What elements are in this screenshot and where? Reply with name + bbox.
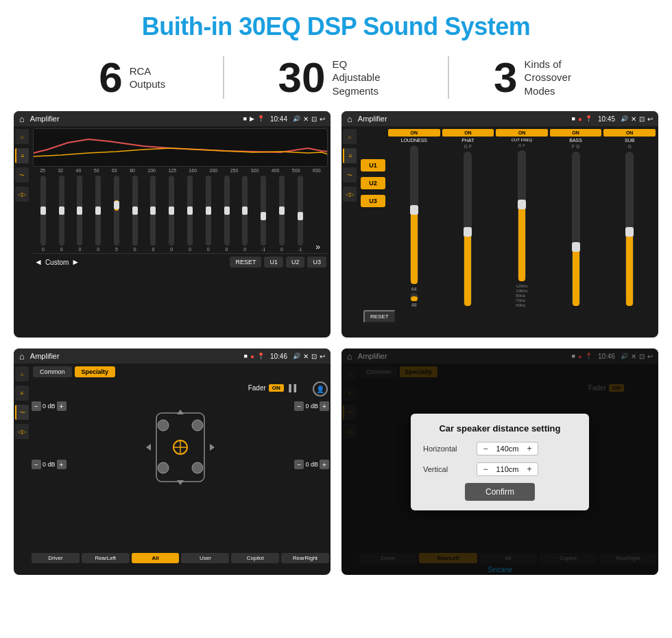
phat-track[interactable]	[464, 152, 472, 306]
screen2-close-icon[interactable]: ✕	[631, 115, 636, 123]
u2-button-1[interactable]: U2	[286, 257, 305, 268]
rear-right-btn-3[interactable]: RearRight	[281, 553, 329, 563]
slider-13[interactable]: -1	[261, 176, 266, 252]
tab-common-3[interactable]: Common	[33, 366, 72, 377]
expand-icon[interactable]: »	[315, 242, 320, 252]
screen1-back-icon[interactable]: ↩	[320, 115, 325, 123]
u1-btn[interactable]: U1	[361, 159, 385, 172]
slider-8[interactable]: 0	[169, 176, 174, 252]
screen3-window-icon[interactable]: ⊡	[311, 353, 317, 360]
horizontal-plus[interactable]: +	[524, 444, 535, 453]
screen1-close-icon[interactable]: ✕	[303, 115, 309, 123]
screen3-tabs: Common Specialty	[33, 366, 328, 377]
screen3-eq-side-icon[interactable]: ≡	[15, 386, 29, 401]
screen1-home-side-icon[interactable]: ⌂	[15, 129, 29, 144]
screen2-dot-icon: ●	[578, 115, 582, 123]
screen3-back-icon[interactable]: ↩	[320, 353, 325, 360]
screen3-side-icons: ⌂ ≡ 〜 ◁▷	[15, 366, 29, 439]
screen2-home-icon[interactable]: ⌂	[347, 114, 352, 124]
loudness-on[interactable]: ON	[388, 129, 440, 137]
next-arrow[interactable]: ►	[71, 257, 80, 267]
slider-14[interactable]: 0	[279, 176, 285, 252]
cutfreq-on[interactable]: ON	[496, 129, 548, 137]
page-title: Buith-in 30EQ DSP Sound System	[0, 0, 672, 49]
screen1-speaker-side-icon[interactable]: ◁▷	[15, 187, 29, 202]
slider-11[interactable]: 0	[224, 176, 230, 252]
confirm-button[interactable]: Confirm	[465, 483, 535, 501]
bass-track[interactable]	[572, 152, 580, 306]
vertical-plus[interactable]: +	[524, 464, 535, 474]
prev-arrow[interactable]: ◄	[34, 257, 43, 267]
phat-on[interactable]: ON	[442, 129, 494, 137]
tab-specialty-3[interactable]: Specialty	[75, 366, 116, 377]
db-plus-br[interactable]: +	[320, 460, 329, 469]
freq-160: 160	[189, 168, 197, 173]
copilot-btn-3[interactable]: Copilot	[231, 553, 279, 563]
slider-7[interactable]: 0	[150, 176, 156, 252]
screen3-home-icon[interactable]: ⌂	[19, 351, 25, 362]
db-ctrl-bottom-right: − 0 dB +	[294, 460, 329, 469]
screen-eq-sliders: ⌂ Amplifier ■ ▶ 📍 10:44 🔊 ✕ ⊡ ↩ ⌂ ≡ 〜 ◁▷	[14, 111, 331, 338]
screen2-eq-side-icon[interactable]: ≡	[343, 148, 357, 163]
slider-15[interactable]: -1	[298, 176, 303, 252]
fader-area: Fader ON ▐▐	[248, 384, 296, 392]
db-minus-tl[interactable]: −	[32, 401, 41, 411]
sub-on[interactable]: ON	[603, 129, 656, 137]
screen2-speaker-side-icon[interactable]: ◁▷	[343, 187, 357, 202]
u2-btn[interactable]: U2	[361, 177, 385, 189]
sub-track[interactable]	[625, 152, 634, 306]
reset-button-1[interactable]: RESET	[230, 257, 261, 268]
screen1-eq-side-icon[interactable]: ≡	[15, 148, 29, 163]
screen2-back-icon[interactable]: ↩	[647, 115, 653, 123]
screen1-window-icon[interactable]: ⊡	[311, 115, 317, 123]
slider-6[interactable]: 0	[132, 176, 138, 252]
screen3-wave-side-icon[interactable]: 〜	[15, 405, 29, 420]
screen3-speaker-side-icon[interactable]: ◁▷	[15, 424, 29, 439]
slider-3[interactable]: 0	[77, 176, 82, 252]
db-plus-tr[interactable]: +	[320, 401, 329, 411]
driver-btn-3[interactable]: Driver	[32, 553, 80, 563]
u3-button-1[interactable]: U3	[307, 257, 326, 268]
db-minus-bl[interactable]: −	[32, 460, 41, 469]
slider-9[interactable]: 0	[187, 176, 193, 252]
slider-4[interactable]: 0	[95, 176, 101, 252]
rear-left-btn-3[interactable]: RearLeft	[82, 553, 130, 563]
screen3-close-icon[interactable]: ✕	[303, 353, 309, 360]
loudness-track2[interactable]	[410, 293, 418, 301]
screen2-app-name: Amplifier	[358, 115, 569, 123]
slider-10[interactable]: 0	[206, 176, 211, 252]
slider-1[interactable]: 0	[40, 176, 46, 252]
stat-rca-number: 6	[99, 56, 122, 99]
freq-500: 500	[292, 168, 300, 173]
screen1-wave-side-icon[interactable]: 〜	[15, 167, 29, 182]
screen-distance: ⌂ Amplifier ■ ● 📍 10:46 🔊 ✕ ⊡ ↩ Common S…	[341, 348, 658, 575]
slider-5[interactable]: 5	[114, 176, 119, 252]
horizontal-minus[interactable]: −	[480, 444, 491, 453]
db-minus-tr[interactable]: −	[294, 401, 304, 411]
screen3-home-side-icon[interactable]: ⌂	[15, 366, 29, 381]
channel-cols: ON LOUDNESS 64 48	[388, 129, 656, 307]
u1-button-1[interactable]: U1	[264, 257, 283, 268]
db-minus-br[interactable]: −	[294, 460, 304, 469]
horizontal-label: Horizontal	[423, 445, 471, 453]
screen1-home-icon[interactable]: ⌂	[19, 114, 25, 124]
screen2-wave-side-icon[interactable]: 〜	[343, 167, 357, 182]
cutfreq-track[interactable]	[518, 150, 526, 281]
profile-icon[interactable]: 👤	[313, 381, 328, 397]
db-plus-tl[interactable]: +	[57, 401, 67, 411]
channel-bass: ON BASS F G	[550, 129, 602, 307]
db-plus-bl[interactable]: +	[57, 460, 67, 469]
vertical-minus[interactable]: −	[480, 464, 491, 474]
channel-sub: ON SUB G	[603, 129, 656, 307]
screen1-play-icon: ▶	[250, 115, 254, 122]
slider-2[interactable]: 0	[59, 176, 64, 252]
bass-on[interactable]: ON	[550, 129, 602, 137]
user-btn-3[interactable]: User	[181, 553, 229, 563]
all-btn-3[interactable]: All	[132, 553, 180, 563]
u3-btn[interactable]: U3	[361, 195, 385, 207]
screen2-window-icon[interactable]: ⊡	[639, 115, 645, 123]
loudness-track[interactable]	[410, 145, 418, 284]
reset-button-2[interactable]: RESET	[363, 310, 396, 323]
slider-12[interactable]: 0	[242, 176, 248, 252]
screen2-home-side-icon[interactable]: ⌂	[343, 129, 357, 144]
